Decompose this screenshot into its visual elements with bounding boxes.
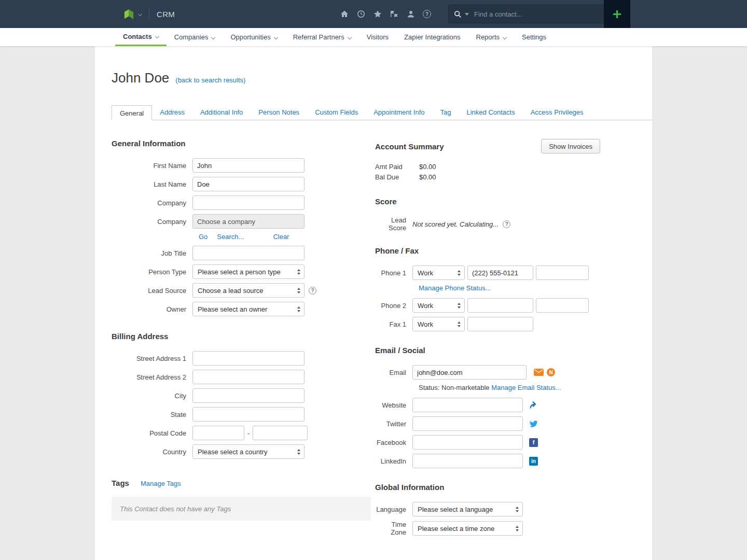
twitter-input[interactable] — [412, 416, 523, 431]
tab-tag[interactable]: Tag — [433, 105, 459, 120]
website-input[interactable] — [412, 398, 523, 412]
phone2-ext-input[interactable] — [536, 298, 589, 313]
fax1-type-value: Work — [418, 320, 433, 328]
timezone-select[interactable]: Please select a time zone — [412, 521, 523, 536]
state-label: State — [112, 411, 192, 418]
phone1-ext-input[interactable] — [536, 265, 589, 280]
linkedin-icon[interactable]: in — [529, 457, 538, 466]
contact-search[interactable] — [448, 5, 604, 23]
top-navbar: CRM ? — [0, 0, 747, 28]
lead-source-help-icon[interactable]: ? — [309, 287, 316, 295]
nav-item-zapier-integrations[interactable]: Zapier Integrations — [396, 28, 468, 46]
fax1-type-select[interactable]: Work — [412, 317, 465, 331]
show-invoices-button[interactable]: Show Invoices — [541, 139, 600, 153]
postal-code-input[interactable] — [192, 426, 244, 440]
nav-item-settings[interactable]: Settings — [514, 28, 554, 46]
facebook-icon[interactable]: f — [529, 438, 538, 447]
search-icon[interactable] — [454, 10, 462, 18]
nav-item-companies[interactable]: Companies — [167, 28, 223, 46]
email-input[interactable] — [412, 365, 527, 380]
phone2-type-select[interactable]: Work — [412, 298, 465, 313]
first-name-input[interactable] — [192, 158, 305, 173]
select-arrows-icon — [516, 526, 519, 531]
tab-linked-contacts[interactable]: Linked Contacts — [459, 105, 522, 120]
app-logo[interactable] — [123, 8, 142, 20]
nav-item-opportunities[interactable]: Opportunities — [223, 28, 285, 46]
phone1-number-input[interactable] — [467, 265, 533, 280]
language-select[interactable]: Please select a language — [412, 502, 523, 516]
fax1-label: Fax 1 — [375, 320, 412, 328]
divider — [149, 8, 149, 20]
home-icon[interactable] — [340, 9, 349, 19]
search-scope-caret-icon[interactable] — [465, 13, 469, 16]
nav-item-visitors[interactable]: Visitors — [359, 28, 396, 46]
select-arrows-icon — [458, 303, 461, 309]
company-label: Company — [112, 199, 192, 207]
phone1-type-select[interactable]: Work — [412, 265, 465, 280]
star-icon[interactable] — [373, 9, 382, 19]
country-value: Please select a country — [198, 448, 267, 456]
lead-source-select[interactable]: Choose a lead source — [192, 283, 305, 298]
street1-input[interactable] — [192, 351, 305, 366]
campaign-flags-icon[interactable] — [390, 9, 399, 19]
back-to-search-link[interactable]: (back to search results) — [175, 76, 245, 84]
company-go-link[interactable]: Go — [199, 233, 208, 241]
bal-due-label: Bal Due — [375, 172, 419, 183]
nav-item-referral-partners[interactable]: Referral Partners — [285, 28, 359, 46]
person-type-select[interactable]: Please select a person type — [192, 264, 305, 279]
tab-appointment-info[interactable]: Appointment Info — [366, 105, 432, 120]
tab-address[interactable]: Address — [152, 105, 192, 120]
company-chooser-input[interactable] — [192, 214, 305, 229]
select-arrows-icon — [516, 507, 519, 512]
nav-label: Reports — [476, 33, 500, 41]
phone2-number-input[interactable] — [467, 298, 533, 313]
street2-input[interactable] — [192, 370, 305, 384]
nurture-status-icon[interactable]: N — [547, 368, 555, 376]
postal-code-ext-input[interactable] — [253, 426, 308, 440]
tab-additional-info[interactable]: Additional Info — [192, 105, 251, 120]
facebook-input[interactable] — [412, 435, 523, 450]
tab-general[interactable]: General — [112, 105, 152, 120]
fax1-number-input[interactable] — [467, 317, 533, 331]
company-clear-link[interactable]: Clear — [273, 233, 289, 241]
lead-score-help-icon[interactable]: ? — [503, 220, 510, 228]
nav-item-contacts[interactable]: Contacts — [115, 28, 167, 46]
nav-label: Companies — [174, 33, 209, 41]
company-input[interactable] — [192, 195, 305, 210]
topbar-icons: ? — [340, 9, 431, 19]
nav-item-reports[interactable]: Reports — [468, 28, 515, 46]
twitter-icon[interactable] — [529, 419, 538, 428]
street1-label: Street Address 1 — [112, 355, 192, 362]
user-icon[interactable] — [406, 9, 416, 19]
email-envelope-icon[interactable] — [534, 369, 544, 376]
chevron-down-icon — [211, 35, 215, 39]
tab-custom-fields[interactable]: Custom Fields — [307, 105, 366, 120]
website-label: Website — [375, 401, 412, 409]
manage-phone-status-link[interactable]: Manage Phone Status... — [419, 284, 491, 292]
lead-score-label: Lead Score — [375, 216, 412, 232]
owner-select[interactable]: Please select an owner — [192, 302, 305, 316]
search-input[interactable] — [474, 10, 598, 18]
add-button[interactable]: + — [604, 0, 630, 28]
global-info-heading: Global Information — [375, 483, 600, 492]
linkedin-input[interactable] — [412, 454, 523, 468]
help-icon[interactable]: ? — [423, 10, 431, 18]
open-website-icon[interactable] — [529, 401, 538, 410]
state-input[interactable] — [192, 407, 305, 422]
manage-tags-link[interactable]: Manage Tags — [141, 480, 181, 487]
tags-empty-message: This Contact does not have any Tags — [120, 505, 231, 513]
lead-score-value: Not scored yet. Calculating... — [412, 220, 499, 228]
job-title-input[interactable] — [192, 246, 305, 260]
tags-heading: Tags — [112, 479, 129, 487]
tab-access-privileges[interactable]: Access Privileges — [523, 105, 591, 120]
manage-email-status-link[interactable]: Manage Email Status... — [491, 384, 561, 391]
tab-person-notes[interactable]: Person Notes — [251, 105, 307, 120]
recent-clock-icon[interactable] — [356, 9, 366, 19]
last-name-input[interactable] — [192, 177, 305, 191]
nav-label: Visitors — [367, 33, 389, 41]
country-select[interactable]: Please select a country — [192, 444, 305, 459]
facebook-label: Facebook — [375, 439, 412, 446]
company-search-link[interactable]: Search... — [217, 233, 244, 241]
city-input[interactable] — [192, 388, 305, 403]
person-type-value: Please select a person type — [198, 268, 281, 276]
